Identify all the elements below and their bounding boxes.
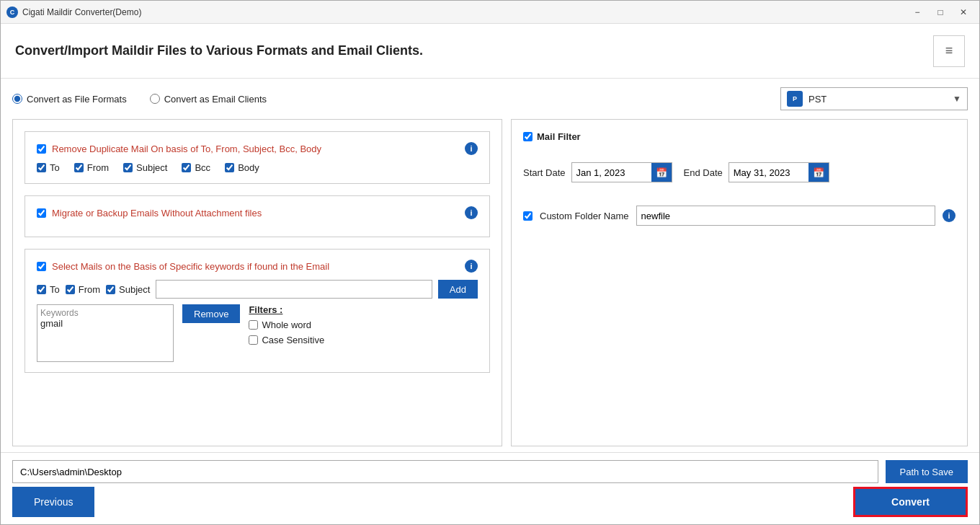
- right-panel: Mail Filter Start Date 📅 End Date: [511, 119, 968, 446]
- migrate-backup-header: Migrate or Backup Emails Without Attachm…: [37, 206, 478, 219]
- minimize-button[interactable]: −: [907, 5, 927, 19]
- left-panel: Remove Duplicate Mail On basis of To, Fr…: [12, 119, 502, 446]
- case-sensitive-label[interactable]: Case Sensitive: [249, 335, 324, 345]
- remove-duplicate-info-icon[interactable]: i: [465, 142, 478, 155]
- menu-button[interactable]: ≡: [933, 35, 965, 67]
- dup-from-label[interactable]: From: [74, 162, 109, 173]
- format-dropdown-wrapper: P PST ▼: [780, 87, 968, 110]
- keyword-list-box[interactable]: Keywords gmail: [37, 304, 174, 362]
- keyword-list-item: gmail: [40, 318, 170, 329]
- window-controls: − □ ✕: [907, 5, 974, 19]
- pst-icon: P: [787, 91, 803, 107]
- main-window: C Cigati Maildir Converter(Demo) − □ ✕ C…: [0, 0, 980, 525]
- title-bar-title: Cigati Maildir Converter(Demo): [22, 7, 141, 17]
- remove-duplicate-checkbox[interactable]: [37, 144, 46, 154]
- whole-word-label[interactable]: Whole word: [249, 319, 324, 330]
- title-bar-left: C Cigati Maildir Converter(Demo): [6, 6, 141, 18]
- dup-body-label[interactable]: Body: [225, 162, 259, 173]
- filters-label: Filters :: [249, 304, 324, 315]
- previous-button[interactable]: Previous: [12, 487, 94, 517]
- save-path-input[interactable]: [12, 460, 878, 483]
- end-date-wrapper: 📅: [729, 162, 829, 182]
- dup-from-checkbox[interactable]: [74, 163, 84, 172]
- duplicate-fields-row: To From Subject Bcc: [37, 162, 478, 173]
- migrate-backup-info-icon[interactable]: i: [465, 206, 478, 219]
- dup-subject-checkbox[interactable]: [123, 163, 133, 172]
- dup-body-checkbox[interactable]: [225, 163, 234, 172]
- start-date-wrapper: 📅: [571, 162, 672, 182]
- action-row: Previous Convert: [12, 487, 968, 517]
- filters-and-list: Keywords gmail Remove Filters : Whole wo…: [37, 304, 478, 362]
- migrate-backup-checkbox[interactable]: [37, 208, 46, 218]
- migrate-backup-label: Migrate or Backup Emails Without Attachm…: [52, 208, 262, 219]
- dup-bcc-label[interactable]: Bcc: [182, 162, 210, 173]
- start-date-group: Start Date 📅: [523, 162, 672, 182]
- close-button[interactable]: ✕: [953, 5, 974, 19]
- end-date-calendar-button[interactable]: 📅: [808, 163, 829, 182]
- dup-to-checkbox[interactable]: [37, 163, 46, 172]
- header-bar: Convert/Import Maildir Files to Various …: [1, 24, 979, 79]
- custom-folder-checkbox[interactable]: [523, 211, 533, 221]
- format-selection-row: Convert as File Formats Convert as Email…: [12, 87, 968, 110]
- add-keyword-button[interactable]: Add: [438, 280, 478, 299]
- dup-bcc-checkbox[interactable]: [182, 163, 191, 172]
- kw-from-checkbox[interactable]: [66, 285, 75, 294]
- keyword-section-checkbox[interactable]: [37, 262, 46, 271]
- dropdown-arrow-icon: ▼: [953, 94, 961, 104]
- dup-subject-label[interactable]: Subject: [123, 162, 167, 173]
- path-to-save-button[interactable]: Path to Save: [886, 460, 968, 483]
- format-dropdown-text: PST: [808, 94, 947, 105]
- start-date-label: Start Date: [523, 167, 566, 178]
- path-row: Path to Save: [12, 460, 968, 483]
- remove-duplicate-label: Remove Duplicate Mail On basis of To, Fr…: [52, 144, 321, 154]
- kw-subject-checkbox[interactable]: [106, 285, 115, 294]
- keywords-top-row: To From Subject Add: [37, 280, 478, 299]
- kw-from-label[interactable]: From: [66, 284, 100, 295]
- start-date-calendar-button[interactable]: 📅: [651, 163, 672, 182]
- keyword-section-header: Select Mails on the Basis of Specific ke…: [37, 260, 478, 273]
- keyword-section: Select Mails on the Basis of Specific ke…: [24, 249, 490, 373]
- format-dropdown[interactable]: P PST ▼: [780, 87, 968, 110]
- whole-word-checkbox[interactable]: [249, 320, 258, 330]
- date-row: Start Date 📅 End Date 📅: [523, 162, 956, 182]
- custom-folder-name-input[interactable]: [636, 206, 935, 226]
- kw-to-label[interactable]: To: [37, 284, 60, 295]
- kw-subject-label[interactable]: Subject: [106, 284, 150, 295]
- bottom-bar: Path to Save Previous Convert: [1, 452, 979, 524]
- keyword-text-input[interactable]: [156, 280, 432, 299]
- custom-folder-label: Custom Folder Name: [540, 211, 629, 221]
- custom-folder-row: Custom Folder Name i: [523, 206, 956, 226]
- maximize-button[interactable]: □: [930, 5, 950, 19]
- end-date-input[interactable]: [729, 164, 808, 181]
- mail-filter-checkbox[interactable]: [523, 132, 533, 141]
- kw-to-checkbox[interactable]: [37, 285, 46, 294]
- panels-row: Remove Duplicate Mail On basis of To, Fr…: [12, 119, 968, 446]
- email-clients-radio[interactable]: [150, 94, 160, 104]
- filters-col: Filters : Whole word Case Sensitive: [249, 304, 324, 345]
- mail-filter-label: Mail Filter: [537, 131, 581, 142]
- header-title: Convert/Import Maildir Files to Various …: [15, 43, 423, 58]
- convert-button[interactable]: Convert: [853, 487, 968, 517]
- end-date-group: End Date 📅: [684, 162, 829, 182]
- file-formats-radio-label[interactable]: Convert as File Formats: [12, 94, 127, 105]
- email-clients-radio-label[interactable]: Convert as Email Clients: [150, 94, 267, 105]
- custom-folder-info-icon[interactable]: i: [943, 209, 956, 222]
- migrate-backup-section: Migrate or Backup Emails Without Attachm…: [24, 195, 490, 237]
- title-bar: C Cigati Maildir Converter(Demo) − □ ✕: [1, 1, 979, 24]
- dup-to-label[interactable]: To: [37, 162, 60, 173]
- keyword-list-header: Keywords: [40, 308, 170, 318]
- start-date-input[interactable]: [572, 164, 651, 181]
- remove-duplicate-section: Remove Duplicate Mail On basis of To, Fr…: [24, 131, 490, 184]
- keywords-inner: To From Subject Add: [37, 280, 478, 362]
- end-date-label: End Date: [684, 167, 723, 178]
- file-formats-radio[interactable]: [12, 94, 22, 104]
- keyword-section-info-icon[interactable]: i: [465, 260, 478, 273]
- app-icon: C: [6, 6, 18, 18]
- remove-keyword-button[interactable]: Remove: [182, 304, 240, 323]
- mail-filter-header: Mail Filter: [523, 131, 956, 142]
- remove-duplicate-header: Remove Duplicate Mail On basis of To, Fr…: [37, 142, 478, 155]
- case-sensitive-checkbox[interactable]: [249, 335, 258, 345]
- main-content: Convert as File Formats Convert as Email…: [1, 79, 979, 452]
- keyword-section-label: Select Mails on the Basis of Specific ke…: [52, 261, 329, 272]
